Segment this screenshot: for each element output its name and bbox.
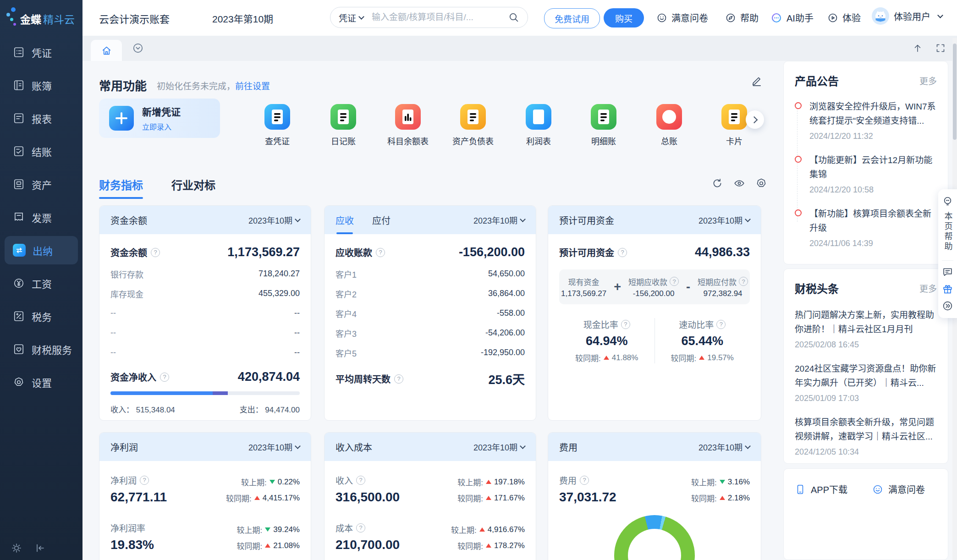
app-download-link[interactable]: APP下载 xyxy=(795,483,847,496)
period-selector[interactable]: 2023年10期 xyxy=(473,441,525,453)
search-icon[interactable] xyxy=(508,12,519,23)
sidebar-item-settings[interactable]: 设置 xyxy=(0,366,82,399)
refresh-icon[interactable] xyxy=(711,177,723,189)
visibility-icon[interactable] xyxy=(733,177,745,189)
sidebar-item-voucher[interactable]: 凭证 xyxy=(0,36,82,69)
income-metric: 收入316,500.00 较上期:197.18% 较同期:171.67% xyxy=(336,474,525,506)
help-icon[interactable] xyxy=(580,476,589,485)
income-cost-card: 收入成本 2023年10期 收入316,500.00 较上期:197.18% 较… xyxy=(324,432,536,560)
logo-dot-icon xyxy=(11,7,16,12)
customer-row: 客户3-54,206.00 xyxy=(336,323,525,343)
yen-app-icon xyxy=(656,104,682,130)
tab-payable[interactable]: 应付 xyxy=(372,214,390,227)
help-icon[interactable] xyxy=(739,277,748,286)
help-icon[interactable] xyxy=(160,373,169,382)
metrics-settings-icon[interactable] xyxy=(755,177,767,189)
collapse-toolbar-icon[interactable] xyxy=(942,300,953,312)
headline-item[interactable]: 2024社区宝藏学习资源盘点！助你新年实力飙升（已开奖）｜精斗云...2025/… xyxy=(795,362,937,403)
sidebar-item-closing[interactable]: 结账 xyxy=(0,135,82,168)
demo-link[interactable]: 体验 xyxy=(827,11,861,24)
tab-home[interactable] xyxy=(91,40,122,61)
help-icon[interactable] xyxy=(356,476,365,485)
survey-link[interactable]: 满意问卷 xyxy=(656,11,708,24)
back-to-top-icon[interactable] xyxy=(912,43,923,54)
funds-row: ---- xyxy=(110,343,300,362)
announcement-item[interactable]: 【功能更新】云会计12月新功能集锦2024/12/20 10:58 xyxy=(795,153,937,195)
help-icon[interactable] xyxy=(356,523,365,533)
help-icon[interactable] xyxy=(151,248,160,257)
page-tabs xyxy=(82,36,957,61)
announcements-more-link[interactable]: 更多 xyxy=(919,74,937,87)
user-menu[interactable]: 体验用户 xyxy=(872,7,942,25)
card-header: 费用 2023年10期 xyxy=(548,433,761,461)
period-selector[interactable]: 2023年10期 xyxy=(248,441,300,453)
theme-toggle-icon[interactable] xyxy=(11,543,22,554)
app-account-balance[interactable]: 科目余额表 xyxy=(380,104,435,147)
search-scope-select[interactable]: 凭证 xyxy=(339,11,363,24)
help-icon[interactable] xyxy=(670,277,679,286)
ai-assistant-link[interactable]: AI助手 xyxy=(770,11,814,24)
headline-item[interactable]: 热门问题解决方案上新，实用教程助你进阶！｜精斗云社区1月月刊2025/02/08… xyxy=(795,308,937,350)
quick-ratio: 速动比率 65.44% 较同期:19.57% xyxy=(654,318,750,363)
period-selector[interactable]: 2023年10期 xyxy=(698,441,750,453)
collapse-sidebar-icon[interactable] xyxy=(35,543,46,554)
new-voucher-title: 新增凭证 xyxy=(142,104,181,118)
card-header: 净利润 2023年10期 xyxy=(99,433,311,461)
sidebar-item-tax[interactable]: 税务 xyxy=(0,300,82,333)
app-journal[interactable]: 日记账 xyxy=(316,104,371,147)
sidebar-item-reports[interactable]: 报表 xyxy=(0,102,82,135)
help-icon[interactable] xyxy=(140,476,149,485)
account-set-title[interactable]: 云会计演示账套 xyxy=(99,11,170,26)
go-settings-link[interactable]: 前往设置 xyxy=(235,82,270,91)
scrollbar-thumb[interactable] xyxy=(953,44,957,140)
buy-button[interactable]: 购买 xyxy=(604,8,644,27)
tab-industry-benchmark[interactable]: 行业对标 xyxy=(171,176,215,199)
app-general-ledger[interactable]: 总账 xyxy=(642,104,697,147)
sidebar-item-assets[interactable]: 资产 xyxy=(0,168,82,201)
search-input[interactable] xyxy=(371,12,508,23)
apps-scroll-right-button[interactable] xyxy=(746,110,764,129)
announcement-item[interactable]: 浏览器安全控件升级后，WIN7系统套打提示“安全频道支持错...2024/12/… xyxy=(795,99,937,141)
period-selector[interactable]: 2023年10期 xyxy=(698,214,750,226)
funds-row: ---- xyxy=(110,303,300,323)
chevron-down-icon xyxy=(358,14,364,20)
app-voucher-search[interactable]: 查凭证 xyxy=(250,104,305,147)
free-trial-button[interactable]: 免费试用 xyxy=(544,8,600,28)
headline-item[interactable]: 核算项目余额表全新升级，常见问题视频讲解，速戳学习｜精斗云社区...2024/1… xyxy=(795,415,937,457)
up-triangle-icon xyxy=(254,496,260,500)
new-voucher-card[interactable]: 新增凭证 立即录入 xyxy=(99,99,220,138)
sidebar-item-ledgers[interactable]: 账簿 xyxy=(0,69,82,102)
fullscreen-icon[interactable] xyxy=(935,43,946,54)
chevron-down-icon xyxy=(520,216,526,222)
help-icon[interactable] xyxy=(376,248,385,257)
help-icon[interactable] xyxy=(618,248,627,257)
sidebar-item-services[interactable]: 财税服务 xyxy=(0,333,82,366)
receivable-payable-card: 应收 应付 2023年10期 应收账款-156,200.00 客户154,650… xyxy=(324,205,536,421)
help-icon[interactable] xyxy=(394,374,403,384)
help-link[interactable]: 帮助 xyxy=(725,11,759,24)
app-income-statement[interactable]: 利润表 xyxy=(511,104,566,147)
tab-list-chevron-icon[interactable] xyxy=(132,42,144,54)
app-detail-ledger[interactable]: 明细账 xyxy=(576,104,631,147)
app-balance-sheet[interactable]: 资产负债表 xyxy=(446,104,500,147)
page-help-label[interactable]: 本页帮助 xyxy=(942,212,954,252)
satisfaction-survey-link[interactable]: 满意问卷 xyxy=(872,483,925,496)
help-face-icon[interactable] xyxy=(942,196,953,207)
sidebar-item-invoice[interactable]: 发票 xyxy=(0,201,82,234)
help-icon[interactable] xyxy=(621,320,630,329)
edit-quick-functions-icon[interactable] xyxy=(751,75,763,87)
help-icon[interactable] xyxy=(716,320,726,329)
period-selector[interactable]: 2023年10期 xyxy=(248,214,300,226)
sidebar-item-payroll[interactable]: 工资 xyxy=(0,267,82,300)
announcement-item[interactable]: 【新功能】核算项目余额表全新升级2024/11/06 14:39 xyxy=(795,207,937,248)
ai-gradient-icon xyxy=(770,12,782,24)
balance-sheet-app-icon xyxy=(460,104,486,130)
headlines-more-link[interactable]: 更多 xyxy=(919,282,937,294)
fiscal-period[interactable]: 2023年第10期 xyxy=(212,11,273,25)
tab-receivable[interactable]: 应收 xyxy=(336,206,354,234)
gift-icon[interactable] xyxy=(942,283,953,295)
period-selector[interactable]: 2023年10期 xyxy=(473,214,525,226)
feedback-chat-icon[interactable] xyxy=(942,266,953,278)
sidebar-item-cashier[interactable]: 出纳 xyxy=(0,234,82,267)
tab-financial-metrics[interactable]: 财务指标 xyxy=(99,176,143,199)
